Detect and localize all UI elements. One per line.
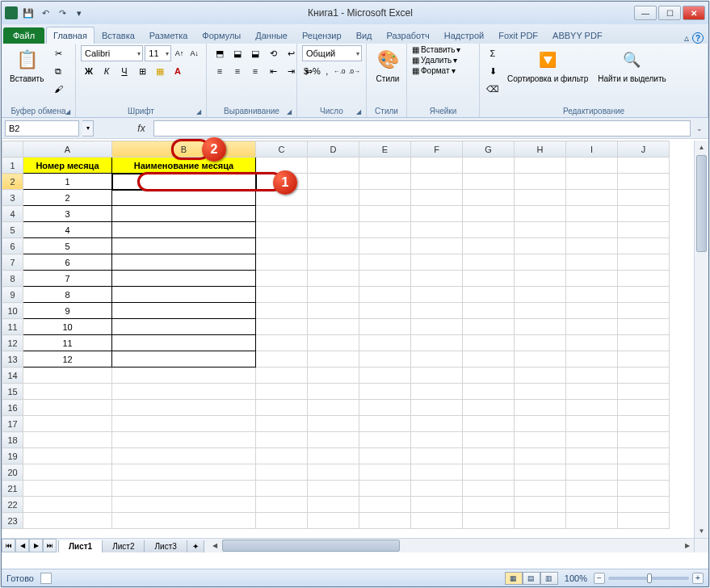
next-sheet-button[interactable]: ▶ [29,539,43,552]
cell-A11[interactable]: 10 [23,319,112,335]
row-header-20[interactable]: 20 [2,464,23,481]
zoom-level[interactable]: 100% [565,573,587,583]
cell-D3[interactable] [308,190,359,206]
last-sheet-button[interactable]: ⏭ [43,539,57,552]
cut-button[interactable]: ✂ [50,45,66,61]
tab-foxit pdf[interactable]: Foxit PDF [491,27,545,44]
border-button[interactable]: ⊞ [134,63,150,79]
align-top-button[interactable]: ⬒ [212,45,228,61]
cell-A16[interactable] [23,400,112,416]
cell-B7[interactable] [112,254,256,271]
cell-D7[interactable] [308,254,359,271]
cell-B21[interactable] [112,481,256,497]
cell-C19[interactable] [256,448,308,464]
cell-G7[interactable] [463,254,515,271]
cell-F16[interactable] [411,400,463,416]
autosum-button[interactable]: Σ [485,45,501,61]
cell-A20[interactable] [23,464,112,481]
cell-D12[interactable] [308,335,359,351]
cell-F12[interactable] [411,335,463,351]
cell-D21[interactable] [308,481,359,497]
cell-J9[interactable] [618,287,670,303]
cell-H2[interactable] [515,174,566,190]
align-middle-button[interactable]: ⬓ [229,45,246,61]
cell-A19[interactable] [23,448,112,464]
zoom-out-button[interactable]: − [594,573,605,584]
cell-C10[interactable] [256,303,308,319]
row-header-18[interactable]: 18 [2,432,23,448]
cell-C15[interactable] [256,384,308,400]
tab-формулы[interactable]: Формулы [195,27,248,44]
row-header-17[interactable]: 17 [2,416,23,432]
cell-A1[interactable]: Номер месяца [23,158,112,174]
comma-button[interactable]: , [323,63,331,79]
cell-C8[interactable] [256,271,308,287]
cell-H21[interactable] [515,481,566,497]
cell-J18[interactable] [618,432,670,448]
cell-C14[interactable] [256,368,308,384]
tab-рецензир[interactable]: Рецензир [295,27,349,44]
cell-B12[interactable] [112,335,256,351]
cell-G11[interactable] [463,319,515,335]
redo-button[interactable]: ↷ [55,6,69,20]
cell-B4[interactable] [112,206,256,222]
row-header-4[interactable]: 4 [2,206,23,222]
file-tab[interactable]: Файл [3,27,44,44]
cell-G1[interactable] [463,158,515,174]
fill-button[interactable]: ⬇ [485,63,501,79]
align-right-button[interactable]: ≡ [247,63,263,79]
cell-B9[interactable] [112,287,256,303]
sort-filter-button[interactable]: 🔽 Сортировка и фильтр [504,45,591,85]
cell-C13[interactable] [256,351,308,368]
cell-B6[interactable] [112,238,256,254]
italic-button[interactable]: К [99,63,115,79]
cell-C5[interactable] [256,222,308,238]
cell-J5[interactable] [618,222,670,238]
cell-D9[interactable] [308,287,359,303]
cell-E1[interactable] [359,158,411,174]
cell-A23[interactable] [23,513,112,529]
cell-E23[interactable] [359,513,411,529]
number-format-combo[interactable]: Общий [302,45,362,61]
align-center-button[interactable]: ≡ [229,63,246,79]
column-header-A[interactable]: A [23,141,112,158]
dialog-launcher[interactable]: ◢ [65,108,70,116]
minimize-button[interactable]: — [634,6,657,20]
cell-H1[interactable] [515,158,566,174]
cell-I20[interactable] [566,464,618,481]
cell-H8[interactable] [515,271,566,287]
cell-D10[interactable] [308,303,359,319]
cell-A13[interactable]: 12 [23,351,112,368]
cell-A7[interactable]: 6 [23,254,112,271]
align-left-button[interactable]: ≡ [212,63,228,79]
row-header-3[interactable]: 3 [2,190,23,206]
cell-C7[interactable] [256,254,308,271]
column-header-H[interactable]: H [515,141,566,158]
column-header-G[interactable]: G [463,141,515,158]
cell-B5[interactable] [112,222,256,238]
new-sheet-button[interactable]: ✦ [187,540,204,553]
insert-function-button[interactable]: fx [132,120,150,136]
cell-E5[interactable] [359,222,411,238]
sheet-tab-лист3[interactable]: Лист3 [144,540,187,553]
cell-D17[interactable] [308,416,359,432]
copy-button[interactable]: ⧉ [50,63,66,79]
cell-D2[interactable] [308,174,359,190]
cell-F17[interactable] [411,416,463,432]
cell-D11[interactable] [308,319,359,335]
cell-G17[interactable] [463,416,515,432]
cell-B10[interactable] [112,303,256,319]
cell-J7[interactable] [618,254,670,271]
cell-G15[interactable] [463,384,515,400]
cell-E2[interactable] [359,174,411,190]
cell-F13[interactable] [411,351,463,368]
cell-F8[interactable] [411,271,463,287]
cell-E22[interactable] [359,497,411,513]
dialog-launcher[interactable]: ◢ [356,108,361,116]
cell-G4[interactable] [463,206,515,222]
cell-E21[interactable] [359,481,411,497]
column-header-J[interactable]: J [618,141,670,158]
cell-E14[interactable] [359,368,411,384]
cell-H16[interactable] [515,400,566,416]
cell-G9[interactable] [463,287,515,303]
